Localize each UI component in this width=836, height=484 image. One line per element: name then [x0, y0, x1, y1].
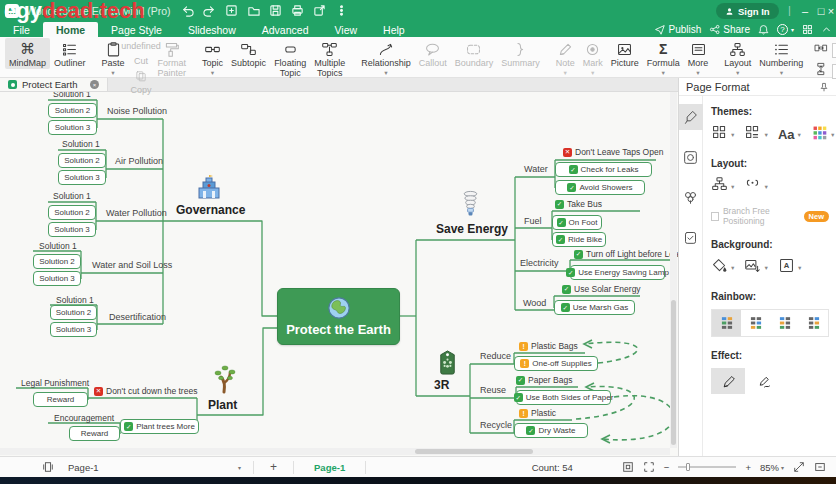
bg-color-button[interactable]: ▼	[711, 257, 735, 278]
topic-water-pollution[interactable]: Water Pollution	[106, 208, 167, 218]
topic-button[interactable]: Topic▼	[198, 38, 227, 76]
export-icon[interactable]	[312, 3, 327, 18]
zoom-in-button[interactable]: +	[745, 462, 751, 473]
topic-water-and-soil-loss[interactable]: Water and Soil Loss	[92, 260, 172, 270]
fit-page-icon[interactable]	[622, 461, 634, 473]
fit-to-window-icon[interactable]	[793, 461, 805, 473]
topic-wood[interactable]: Wood	[523, 298, 546, 308]
formula-button[interactable]: ΣFormula▼	[643, 38, 684, 76]
share-button[interactable]: Share	[709, 24, 750, 35]
topic-solution-1[interactable]: Solution 1	[56, 295, 94, 305]
topic-recycle[interactable]: Recycle	[480, 420, 512, 430]
topic-check-for-leaks[interactable]: ✓Check for Leaks	[555, 162, 652, 177]
multiple-topics-button[interactable]: Multiple Topics	[310, 38, 349, 79]
tab-close-icon[interactable]: ×	[90, 80, 99, 89]
vertical-scroll-thumb[interactable]	[671, 300, 676, 445]
topic-plastic[interactable]: !Plastic	[519, 408, 556, 418]
more-button[interactable]: More▼	[684, 38, 713, 76]
apps-grid-icon[interactable]	[802, 24, 813, 35]
print-icon[interactable]	[290, 3, 305, 18]
topic-solution-3[interactable]: Solution 3	[48, 222, 96, 237]
close-button[interactable]: ×	[826, 0, 836, 22]
pages-icon[interactable]	[42, 461, 54, 473]
zoom-slider[interactable]	[678, 466, 736, 468]
topic-avoid-showers[interactable]: ✓Avoid Showers	[555, 180, 645, 195]
help-button[interactable]: ?▾	[777, 24, 794, 35]
topic-solution-2[interactable]: Solution 2	[33, 254, 81, 269]
topic-solution-2[interactable]: Solution 2	[50, 305, 97, 320]
vertical-scrollbar[interactable]	[670, 92, 677, 448]
publish-button[interactable]: Publish	[654, 24, 701, 35]
menu-tab-home[interactable]: Home	[43, 22, 98, 37]
zoom-slider-knob[interactable]	[686, 463, 690, 471]
branch-free-checkbox[interactable]	[711, 212, 719, 221]
new-icon[interactable]	[224, 3, 239, 18]
topic-save-energy[interactable]: Save Energy	[436, 222, 508, 236]
topic-use-marsh-gas[interactable]: ✓Use Marsh Gas	[554, 300, 635, 315]
topic-solution-3[interactable]: Solution 3	[33, 271, 81, 286]
topic-reward[interactable]: Reward	[69, 426, 120, 441]
topic-water[interactable]: Water	[524, 164, 548, 174]
topic-one-off-supplies[interactable]: !One-off Supplies	[514, 356, 598, 371]
panel-tab-task-icon[interactable]	[679, 224, 703, 250]
topic-electricity[interactable]: Electricity	[520, 258, 559, 268]
horizontal-scrollbar[interactable]	[0, 448, 670, 455]
more-dots-icon[interactable]	[334, 3, 349, 18]
theme-style-button[interactable]: ▼	[744, 124, 768, 145]
topic-solution-3[interactable]: Solution 3	[48, 120, 97, 135]
topic-solution-2[interactable]: Solution 2	[58, 153, 106, 168]
menu-tab-view[interactable]: View	[321, 22, 370, 37]
topic-3r[interactable]: 3R	[434, 378, 449, 392]
topic-on-foot[interactable]: ✓On Foot	[552, 215, 602, 230]
topic-dry-waste[interactable]: ✓Dry Waste	[514, 423, 588, 438]
topic-plant[interactable]: Plant	[208, 398, 237, 412]
menu-tab-help[interactable]: Help	[370, 22, 418, 37]
topic-plastic-bags[interactable]: !Plastic Bags	[519, 341, 578, 351]
topic-solution-2[interactable]: Solution 2	[48, 103, 97, 118]
outliner-button[interactable]: Outliner	[50, 38, 90, 69]
topic-don-t-cut-down-the-trees[interactable]: ✕Don't cut down the trees	[94, 386, 197, 396]
topic-use-both-sides-of-paper[interactable]: ✓Use Both Sides of Paper	[516, 390, 611, 405]
topic-use-solar-energy[interactable]: ✓Use Solar Energy	[562, 284, 641, 294]
topic-fuel[interactable]: Fuel	[524, 216, 542, 226]
vertical-spacing-input[interactable]	[832, 64, 836, 79]
collapse-panel-icon[interactable]	[814, 461, 826, 473]
relationship-button[interactable]: Relationship▼	[357, 38, 415, 76]
topic-governance[interactable]: Governance	[176, 203, 245, 217]
notifications-bell-icon[interactable]	[758, 24, 769, 35]
rainbow-2-button[interactable]	[741, 310, 770, 336]
menu-tab-advanced[interactable]: Advanced	[249, 22, 322, 37]
topic-solution-1[interactable]: Solution 1	[39, 241, 77, 251]
document-tab[interactable]: Protect Earth ×	[0, 78, 108, 91]
layout-structure-button[interactable]: ▼	[711, 176, 735, 197]
theme-gallery-button[interactable]: ▼	[711, 124, 735, 145]
topic-use-energy-saving-lamp[interactable]: ✓Use Energy Saving Lamp	[570, 265, 665, 280]
save-icon[interactable]	[268, 3, 283, 18]
add-page-button[interactable]: +	[260, 460, 287, 474]
topic-noise-pollution[interactable]: Noise Pollution	[107, 106, 167, 116]
topic-desertification[interactable]: Desertification	[109, 312, 166, 322]
horizontal-spacing-input[interactable]	[832, 43, 836, 58]
bg-watermark-button[interactable]: A▼	[778, 257, 802, 278]
topic-take-bus[interactable]: ✓Take Bus	[555, 199, 602, 209]
topic-reduce[interactable]: Reduce	[480, 351, 511, 361]
topic-solution-2[interactable]: Solution 2	[48, 205, 96, 220]
zoom-out-button[interactable]: −	[664, 462, 670, 473]
bg-image-button[interactable]: ▼	[744, 257, 768, 278]
topic-paper-bags[interactable]: ✓Paper Bags	[516, 375, 572, 385]
floating-topic-button[interactable]: Floating Topic	[270, 38, 310, 79]
numbering-button[interactable]: Numbering▼	[755, 38, 807, 76]
topic-reward[interactable]: Reward	[33, 392, 88, 407]
sign-in-button[interactable]: Sign In	[716, 3, 779, 19]
panel-tab-clipart-icon[interactable]	[679, 184, 703, 210]
layout-button[interactable]: Layout▼	[720, 38, 755, 76]
pin-icon[interactable]	[819, 82, 829, 92]
page-tab[interactable]: Page-1	[300, 462, 359, 473]
subtopic-button[interactable]: Subtopic	[227, 38, 270, 69]
picture-button[interactable]: Picture	[607, 38, 643, 69]
topic-air-pollution[interactable]: Air Pollution	[115, 156, 163, 166]
topic-solution-3[interactable]: Solution 3	[50, 322, 97, 337]
topic-solution-1[interactable]: Solution 1	[53, 191, 91, 201]
zoom-level[interactable]: 85%▾	[760, 462, 784, 473]
topic-encouragement[interactable]: Encouragement	[54, 413, 114, 423]
